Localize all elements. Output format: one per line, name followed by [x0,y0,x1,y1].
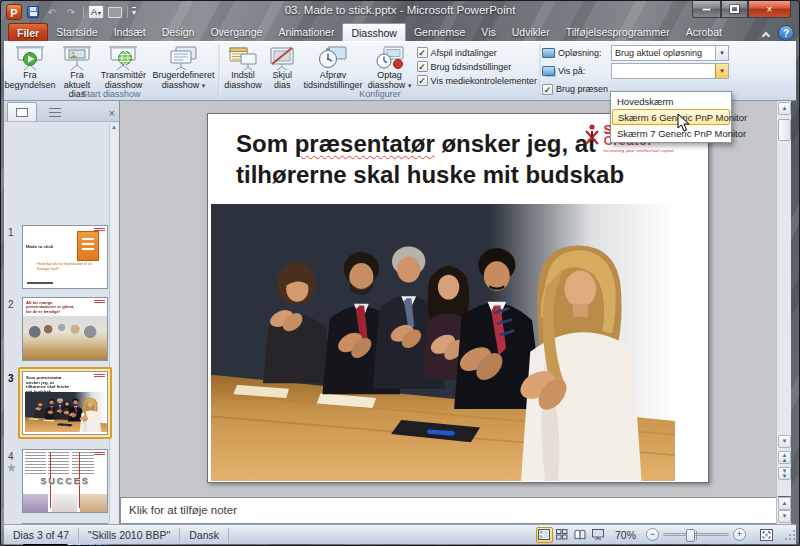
record-clock-icon [375,45,405,71]
checked-checkbox-icon: ✓ [542,84,553,95]
custom-slideshow-button[interactable]: Brugerdefineret diasshow ▾ [149,44,218,88]
previous-slide-button[interactable]: ▲▲ [778,451,791,464]
play-narrations-checkbox[interactable]: ✓ Afspil indtalinger [417,47,537,58]
collapse-ribbon-button[interactable] [758,27,774,41]
projector-slide-icon [62,45,92,71]
tab-gennemse[interactable]: Gennemse [406,23,473,41]
show-on-combobox[interactable]: ▾ [611,63,729,79]
close-button[interactable]: × [748,1,791,18]
zoom-center-tick [696,531,697,540]
notes-scrollbar[interactable]: ▲ ▼ [776,497,791,524]
notes-scroll-down[interactable]: ▼ [778,510,791,523]
close-panel-icon[interactable]: × [109,108,115,118]
powerpoint-app-icon[interactable]: P [6,4,22,20]
mouse-cursor [677,113,690,132]
tab-diasshow[interactable]: Diasshow [342,23,406,41]
title-text-line2: tilhørerne skal huske mit budskab [236,161,624,188]
rehearse-timings-button[interactable]: Afprøv tidsindstillinger [300,44,367,88]
show-on-row: Vis på: ▾ [542,63,742,79]
scroll-up-button[interactable]: ▲ [778,102,791,115]
tab-animationer[interactable]: Animationer [270,23,342,41]
presentation-view-button[interactable] [107,5,123,20]
tab-disposition[interactable] [40,102,70,121]
help-button[interactable]: ? [778,25,794,41]
dropdown-option-skaerm7[interactable]: Skærm 7 Generic PnP Monitor [612,125,730,141]
resolution-combobox[interactable]: Brug aktuel opløsning ▾ [611,45,729,61]
notes-scroll-up[interactable]: ▲ [778,497,791,510]
use-presenter-view-checkbox[interactable]: ✓ Brug præsen [542,84,608,95]
applause-photo [211,204,675,481]
book-cover-graphic [77,231,99,261]
hide-slide-button[interactable]: Skjul dias [265,44,300,88]
theme-name[interactable]: "Skills 2010 BBP" [79,528,180,542]
maximize-button[interactable] [721,1,748,18]
notes-pane[interactable]: Klik for at tilføje noter [120,497,778,524]
fit-slide-icon [760,529,773,541]
resolution-label: Opløsning: [558,48,608,58]
scrollbar-thumb[interactable] [778,119,791,141]
fit-to-window-button[interactable] [758,527,775,543]
toolbar-separator [127,6,128,18]
zoom-slider-track[interactable] [663,533,729,536]
use-timings-checkbox[interactable]: ✓ Brug tidsindstillinger [417,61,537,72]
chevron-down-icon[interactable]: ▾ [715,46,728,60]
tab-vis[interactable]: Vis [473,23,503,41]
title-text: ønsker jeg, at [435,130,596,157]
slide-number: 3 [8,373,14,384]
outline-icon [49,108,61,117]
tab-startside[interactable]: Startside [48,23,105,41]
checkbox-label: Afspil indtalinger [431,48,497,58]
tab-udvikler[interactable]: Udvikler [504,23,558,41]
main-scrollbar[interactable]: ▲ ▼ ▲▲ ▼▼ [776,101,791,496]
scroll-up-icon[interactable]: ▲ [110,124,118,130]
from-beginning-button[interactable]: Fra begyndelsen [4,44,56,88]
dropdown-option-skaerm6[interactable]: Skærm 6 Generic PnP Monitor [612,109,730,125]
tab-dias[interactable] [7,102,37,121]
language-indicator[interactable]: Dansk [180,528,229,542]
chevron-down-icon[interactable]: ▾ [715,64,728,78]
slideshow-view-button[interactable] [590,527,607,543]
from-current-slide-button[interactable]: Fra aktuelt dias [56,44,98,88]
slide-sorter-icon [556,529,568,540]
powerpoint-window: P ↶ ↷ A▾ ▾ 03. Made to stick.pptx - Micr… [0,0,800,546]
tab-acrobat[interactable]: Acrobat [678,23,730,41]
up-arrow-icon: ▲ [782,106,788,111]
zoom-slider-thumb[interactable] [686,529,695,542]
slide-sorter-view-button[interactable] [554,527,571,543]
save-button[interactable] [25,5,41,20]
quick-access-toolbar: P ↶ ↷ A▾ ▾ [6,3,136,21]
record-slideshow-button[interactable]: Optag diasshow ▾ [367,44,413,88]
reading-view-button[interactable] [572,527,589,543]
checked-checkbox-icon: ✓ [417,61,428,72]
normal-view-icon [538,529,550,540]
undo-button[interactable]: ↶ [44,5,60,20]
tab-overgange[interactable]: Overgange [202,23,270,41]
thumb-title: Alt for mange præsentationer er glemt, f… [26,300,77,314]
slideshow-options-checkboxes: ✓ Afspil indtalinger ✓ Brug tidsindstill… [413,44,539,86]
tab-tilfoejelsesprogrammer[interactable]: Tilføjelsesprogrammer [558,23,678,41]
customize-qat-button[interactable]: ▾ [132,7,136,17]
show-media-controls-checkbox[interactable]: ✓ Vis mediekontrolelementer [417,75,537,86]
photo-strip [23,494,48,512]
minimize-button[interactable] [692,1,721,18]
resize-grip[interactable] [783,528,796,541]
zoom-percentage[interactable]: 70% [615,529,636,541]
font-dialog-button[interactable]: A▾ [88,5,104,19]
scroll-down-button[interactable]: ▼ [778,435,791,448]
panel-scrollbar[interactable]: ▲ [109,123,118,524]
next-slide-button[interactable]: ▼▼ [778,467,791,480]
zoom-out-button[interactable]: − [646,528,659,541]
tab-filer[interactable]: Filer [8,23,48,41]
slideshow-view-icon [592,529,604,540]
tab-design[interactable]: Design [154,23,203,41]
normal-view-button[interactable] [536,527,553,543]
tab-indsaet[interactable]: Indsæt [106,23,154,41]
current-slide-canvas[interactable]: Som præsentatør ønsker jeg, attilhørerne… [207,113,709,483]
dropdown-option-hovedskaerm[interactable]: Hovedskærm [612,93,730,109]
double-up-icon: ▲ [782,458,788,463]
slide-indicator[interactable]: Dias 3 of 47 [4,528,79,542]
redo-button[interactable]: ↷ [63,5,79,20]
set-up-slideshow-button[interactable]: Indstil diasshow [221,44,265,88]
broadcast-slideshow-button[interactable]: Transmittér diasshow [98,44,149,88]
zoom-in-button[interactable]: + [733,528,746,541]
